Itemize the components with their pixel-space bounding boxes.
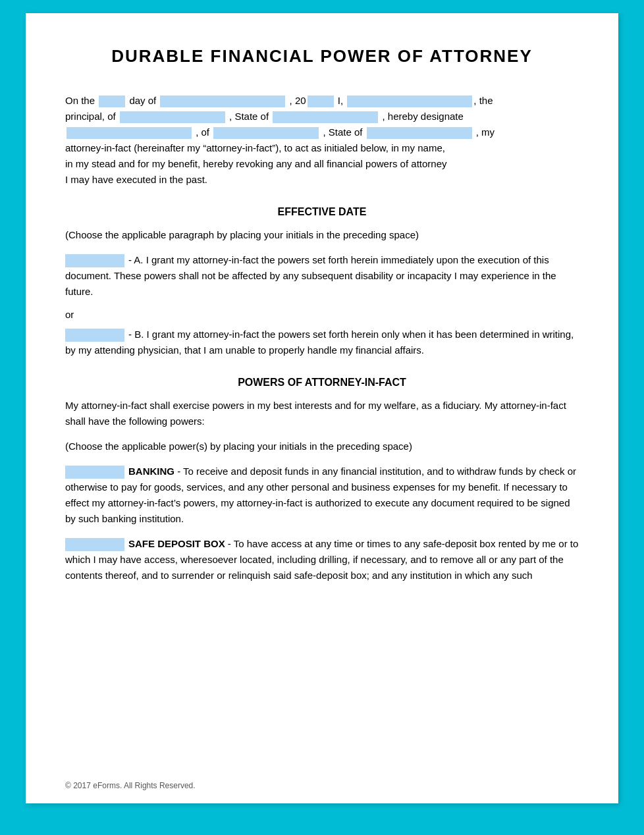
intro-day-of: day of — [129, 95, 156, 106]
option-b-text: - B. I grant my attorney-in-fact the pow… — [65, 329, 574, 356]
intro-state-of-2: , State of — [323, 126, 362, 138]
powers-intro: My attorney-in-fact shall exercise power… — [65, 398, 579, 429]
field-agent-state[interactable] — [367, 127, 472, 139]
banking-block: BANKING - To receive and deposit funds i… — [65, 464, 579, 527]
intro-state-of-1: , State of — [229, 111, 269, 122]
safe-deposit-label: SAFE DEPOSIT BOX — [128, 538, 225, 549]
powers-title: POWERS OF ATTORNEY-IN-FACT — [65, 377, 579, 389]
footer-text: © 2017 eForms. All Rights Reserved. — [65, 781, 196, 790]
field-principal-state[interactable] — [273, 111, 378, 123]
initials-field-a[interactable] — [65, 254, 124, 267]
banking-label: BANKING — [128, 466, 174, 477]
initials-field-safe-deposit[interactable] — [65, 538, 124, 551]
intro-the: , the — [473, 95, 493, 106]
intro-my: , my — [476, 126, 495, 138]
initials-field-b[interactable] — [65, 329, 124, 342]
field-day[interactable] — [99, 95, 125, 107]
safe-deposit-block: SAFE DEPOSIT BOX - To have access at any… — [65, 536, 579, 583]
option-a-text: - A. I grant my attorney-in-fact the pow… — [65, 254, 556, 297]
intro-of: , of — [196, 126, 209, 138]
powers-choose: (Choose the applicable power(s) by placi… — [65, 439, 579, 454]
effective-date-choose: (Choose the applicable paragraph by plac… — [65, 227, 579, 243]
field-agent-name[interactable] — [67, 127, 192, 139]
field-principal-address[interactable] — [120, 111, 225, 123]
intro-paragraph: On the day of , 20 I, , the principal, o… — [65, 93, 579, 188]
option-a-block: - A. I grant my attorney-in-fact the pow… — [65, 252, 579, 300]
intro-line6: I may have executed in the past. — [65, 174, 207, 185]
intro-year-pre: , 20 — [290, 95, 306, 106]
intro-on: On the — [65, 95, 95, 106]
document-page: DURABLE FINANCIAL POWER OF ATTORNEY On t… — [26, 13, 618, 803]
document-title: DURABLE FINANCIAL POWER OF ATTORNEY — [65, 46, 579, 67]
option-b-block: - B. I grant my attorney-in-fact the pow… — [65, 327, 579, 358]
effective-date-title: EFFECTIVE DATE — [65, 206, 579, 218]
intro-principal-of: principal, of — [65, 111, 116, 122]
field-agent-address[interactable] — [213, 127, 319, 139]
intro-hereby-designate: , hereby designate — [382, 111, 463, 122]
field-date[interactable] — [160, 95, 285, 107]
field-principal-name[interactable] — [347, 95, 472, 107]
field-year[interactable] — [308, 95, 334, 107]
or-text: or — [65, 309, 579, 320]
footer: © 2017 eForms. All Rights Reserved. — [65, 781, 196, 790]
intro-line5: in my stead and for my benefit, hereby r… — [65, 158, 447, 169]
initials-field-banking[interactable] — [65, 466, 124, 479]
intro-line4: attorney-in-fact (hereinafter my “attorn… — [65, 142, 445, 153]
intro-i: I, — [338, 95, 343, 106]
